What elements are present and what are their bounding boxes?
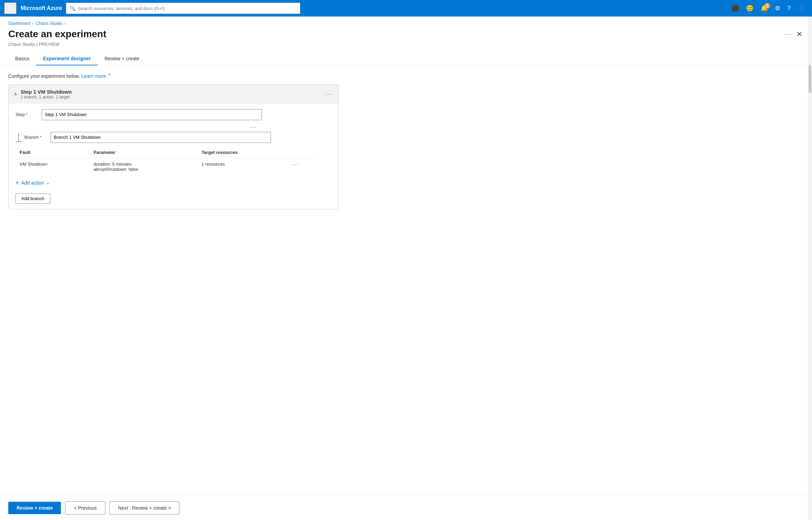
settings-btn[interactable]: ⚙ xyxy=(772,3,783,13)
notification-badge: 2 xyxy=(764,3,770,9)
page-subtitle: Chaos Studio | PREVIEW xyxy=(8,42,60,47)
azure-logo: Microsoft Azure xyxy=(21,5,62,11)
branch-row-wrapper: Branch * xyxy=(15,132,331,143)
page-header: Create an experiment Chaos Studio | PREV… xyxy=(0,26,812,47)
account-icon: 👤 xyxy=(798,5,805,12)
search-icon: 🔍 xyxy=(70,6,75,11)
topbar: ☰ Microsoft Azure 🔍 ⬛ 😊 🔔 2 ⚙ ? 👤 xyxy=(0,0,812,17)
add-branch-button[interactable]: Add branch xyxy=(15,194,50,204)
step-body: Step * ··· xyxy=(9,104,338,209)
fault-row-actions-cell: ··· xyxy=(288,158,318,175)
search-input[interactable] xyxy=(78,6,297,11)
step-meta: 1 branch, 1 action, 1 target xyxy=(21,95,72,100)
add-action-plus-icon: + xyxy=(15,179,19,187)
search-bar: 🔍 xyxy=(66,3,300,14)
feedback-icon: 😊 xyxy=(746,5,753,12)
page-header-left: Create an experiment Chaos Studio | PREV… xyxy=(8,29,106,47)
step-label: Step * xyxy=(15,112,36,117)
branch-required-star: * xyxy=(40,135,42,140)
configure-description: Configure your experiment below. Learn m… xyxy=(8,72,804,79)
fault-name-cell: VM Shutdown xyxy=(15,158,89,175)
feedback-btn[interactable]: 😊 xyxy=(743,3,756,13)
tabs: Basics Experiment designer Review + crea… xyxy=(0,47,812,65)
close-button[interactable]: ✕ xyxy=(795,29,804,40)
fault-table: Fault Parameter Target resources VM Shut… xyxy=(15,147,318,175)
scrollbar-track xyxy=(808,17,812,520)
cloud-shell-icon: ⬛ xyxy=(731,5,739,12)
header-actions: ··· ✕ xyxy=(785,29,804,40)
next-button[interactable]: Next : Review + create > xyxy=(109,501,179,514)
notifications-btn[interactable]: 🔔 2 xyxy=(758,3,771,13)
actions-col-header xyxy=(288,147,318,158)
step-options-btn[interactable]: ··· xyxy=(326,91,333,98)
add-action-label: Add action xyxy=(21,180,44,186)
branch-options-btn[interactable]: ··· xyxy=(250,124,263,131)
add-action-row[interactable]: + Add action ⌄ xyxy=(15,179,331,187)
content-area: Configure your experiment below. Learn m… xyxy=(0,65,812,496)
tab-review-create[interactable]: Review + create xyxy=(98,52,146,65)
main-container: Dashboard › Chaos Studio › Create an exp… xyxy=(0,17,812,520)
help-icon: ? xyxy=(787,5,791,12)
external-link-icon: ↗ xyxy=(107,72,110,76)
help-btn[interactable]: ? xyxy=(784,3,793,13)
step-name-input[interactable] xyxy=(42,109,262,120)
fault-row: VM Shutdown duration: 5 minutes abruptSh… xyxy=(15,158,318,175)
step-header-left: ∧ Step 1 VM Shutdown 1 branch, 1 action,… xyxy=(14,89,72,100)
tab-basics[interactable]: Basics xyxy=(8,52,36,65)
fault-parameters-cell: duration: 5 minutes abruptShutdown: fals… xyxy=(89,158,198,175)
page-ellipsis-btn[interactable]: ··· xyxy=(785,31,792,38)
account-btn[interactable]: 👤 xyxy=(795,3,808,13)
param-abrupt: abruptShutdown: false xyxy=(94,167,193,172)
branch-name-input[interactable] xyxy=(51,132,271,143)
cloud-shell-btn[interactable]: ⬛ xyxy=(729,3,742,13)
target-col-header: Target resources xyxy=(197,147,288,158)
tab-experiment-designer[interactable]: Experiment designer xyxy=(36,52,98,65)
scrollbar-thumb[interactable] xyxy=(809,65,811,93)
fault-col-header: Fault xyxy=(15,147,89,158)
fault-target-cell: 1 resources xyxy=(197,158,288,175)
breadcrumb: Dashboard › Chaos Studio › xyxy=(0,17,812,26)
add-action-chevron-icon: ⌄ xyxy=(46,180,50,185)
learn-more-link[interactable]: Learn more ↗ xyxy=(81,73,110,79)
branch-options-row: ··· xyxy=(15,124,263,131)
step-card: ∧ Step 1 VM Shutdown 1 branch, 1 action,… xyxy=(8,84,339,209)
breadcrumb-sep-2: › xyxy=(65,21,66,26)
step-title: Step 1 VM Shutdown xyxy=(21,89,72,95)
page-title: Create an experiment xyxy=(8,29,106,40)
previous-button[interactable]: < Previous xyxy=(65,501,105,514)
step-form-row: Step * xyxy=(15,109,331,120)
step-title-group: Step 1 VM Shutdown 1 branch, 1 action, 1… xyxy=(21,89,72,100)
bottom-bar: Review + create < Previous Next : Review… xyxy=(0,496,812,520)
step-header: ∧ Step 1 VM Shutdown 1 branch, 1 action,… xyxy=(9,85,338,104)
topbar-icons: ⬛ 😊 🔔 2 ⚙ ? 👤 xyxy=(729,3,808,13)
fault-row-options-btn[interactable]: ··· xyxy=(292,162,298,167)
step-collapse-chevron[interactable]: ∧ xyxy=(14,92,17,96)
param-duration: duration: 5 minutes xyxy=(94,162,193,167)
branch-label: Branch * xyxy=(24,135,45,140)
step-required-star: * xyxy=(26,112,28,117)
review-create-button[interactable]: Review + create xyxy=(8,502,61,514)
parameter-col-header: Parameter xyxy=(89,147,198,158)
breadcrumb-chaos-studio[interactable]: Chaos Studio xyxy=(36,21,63,26)
gear-icon: ⚙ xyxy=(775,5,780,12)
hamburger-menu[interactable]: ☰ xyxy=(4,2,17,14)
breadcrumb-sep-1: › xyxy=(32,21,34,26)
breadcrumb-dashboard[interactable]: Dashboard xyxy=(8,21,30,26)
